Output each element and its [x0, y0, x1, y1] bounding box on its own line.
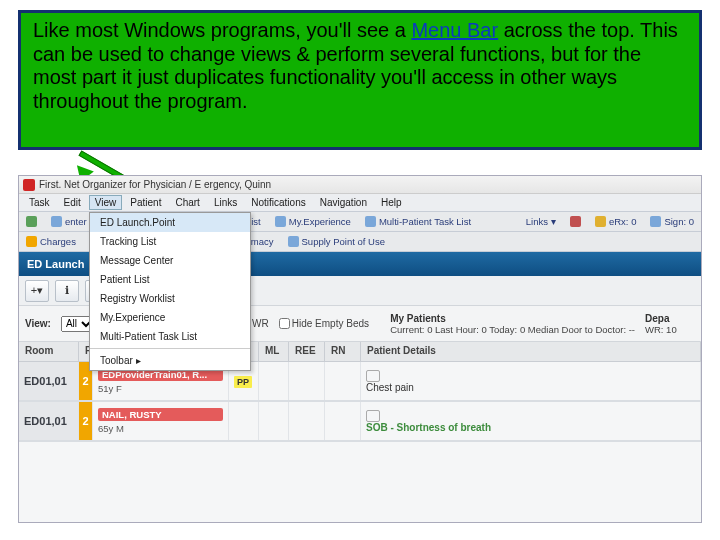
view-dropdown[interactable]: ED Launch.Point Tracking List Message Ce… [89, 212, 251, 371]
check-hide-empty[interactable]: Hide Empty Beds [279, 318, 369, 329]
cell-details: SOB - Shortness of breath [361, 402, 701, 440]
cell-room: ED01,01 [19, 402, 79, 440]
toolbar-myexperience[interactable]: My.Experience [272, 215, 354, 228]
dropdown-separator [90, 348, 250, 349]
toolbar-supply-pou[interactable]: Supply Point of Use [285, 235, 388, 248]
toolbar-msg-center[interactable]: enter [48, 215, 90, 228]
menu-task[interactable]: Task [23, 195, 56, 210]
menu-help[interactable]: Help [375, 195, 408, 210]
menu-chart[interactable]: Chart [169, 195, 205, 210]
view-label: View: [25, 318, 51, 329]
window-title: First. Net Organizer for Physician / E e… [39, 179, 271, 190]
cell-rn [325, 362, 361, 400]
toolbar-multi-patient-task-list[interactable]: Multi-Patient Task List [362, 215, 474, 228]
cell-ree [289, 402, 325, 440]
view-myexperience[interactable]: My.Experience [90, 308, 250, 327]
menu-links[interactable]: Links [208, 195, 243, 210]
cell-details: Chest pain [361, 362, 701, 400]
toolbar-icon[interactable] [567, 215, 584, 228]
patient-name: NAIL, RUSTY [98, 408, 223, 421]
menu-patient[interactable]: Patient [124, 195, 167, 210]
col-details[interactable]: Patient Details [361, 342, 701, 361]
col-rn[interactable]: RN [325, 342, 361, 361]
table-row[interactable]: ED01,01 2 NAIL, RUSTY 65y M SOB - Shortn… [19, 402, 701, 442]
my-patients-stats: Current: 0 Last Hour: 0 Today: 0 Median … [390, 324, 635, 335]
instruction-callout: Like most Windows programs, you'll see a… [18, 10, 702, 150]
menu-navigation[interactable]: Navigation [314, 195, 373, 210]
titlebar: First. Net Organizer for Physician / E e… [19, 176, 701, 194]
cell-mb [229, 402, 259, 440]
menubar[interactable]: Task Edit View Patient Chart Links Notif… [19, 194, 701, 212]
note-icon[interactable] [366, 410, 380, 422]
view-registry-worklist[interactable]: Registry Worklist [90, 289, 250, 308]
context-title: ED Launch [27, 258, 84, 270]
view-patient-list[interactable]: Patient List [90, 270, 250, 289]
depa-label: Depa [645, 313, 695, 324]
note-icon[interactable] [366, 370, 380, 382]
cell-ml [259, 402, 289, 440]
cell-ml [259, 362, 289, 400]
info-button[interactable]: ℹ [55, 280, 79, 302]
cell-acuity: 2 [79, 402, 93, 440]
col-ree[interactable]: REE [289, 342, 325, 361]
callout-text-pre: Like most Windows programs, you'll see a [33, 19, 411, 41]
view-tracking-list[interactable]: Tracking List [90, 232, 250, 251]
menu-edit[interactable]: Edit [58, 195, 87, 210]
app-icon [23, 179, 35, 191]
view-ed-launchpoint[interactable]: ED Launch.Point [90, 213, 250, 232]
callout-menubar-term: Menu Bar [411, 19, 498, 41]
col-ml[interactable]: ML [259, 342, 289, 361]
menu-view[interactable]: View [89, 195, 123, 210]
view-multi-patient-task-list[interactable]: Multi-Patient Task List [90, 327, 250, 346]
view-message-center[interactable]: Message Center [90, 251, 250, 270]
toolbar-sign[interactable]: Sign: 0 [647, 215, 697, 228]
cell-rn [325, 402, 361, 440]
cell-ree [289, 362, 325, 400]
patient-rows: ED01,01 2 EDProviderTrain01, R... 51y F … [19, 362, 701, 442]
patient-meta: 51y F [98, 383, 223, 394]
badge-pp: PP [234, 376, 252, 388]
toolbar-item[interactable] [23, 215, 40, 228]
cell-room: ED01,01 [19, 362, 79, 400]
patient-meta: 65y M [98, 423, 223, 434]
my-patients-label: My Patients [390, 313, 635, 324]
toolbar-links[interactable]: Links ▾ [523, 215, 559, 228]
toolbar-charges[interactable]: Charges [23, 235, 79, 248]
add-patient-button[interactable]: +▾ [25, 280, 49, 302]
menu-notifications[interactable]: Notifications [245, 195, 311, 210]
toolbar-erx[interactable]: eRx: 0 [592, 215, 639, 228]
view-toolbar[interactable]: Toolbar ▸ [90, 351, 250, 370]
app-window: First. Net Organizer for Physician / E e… [18, 175, 702, 523]
callout-arrow [80, 150, 160, 156]
wr-stat: WR: 10 [645, 324, 695, 335]
cell-patient-info: NAIL, RUSTY 65y M [93, 402, 229, 440]
chevron-right-icon: ▸ [136, 355, 141, 366]
col-room[interactable]: Room [19, 342, 79, 361]
